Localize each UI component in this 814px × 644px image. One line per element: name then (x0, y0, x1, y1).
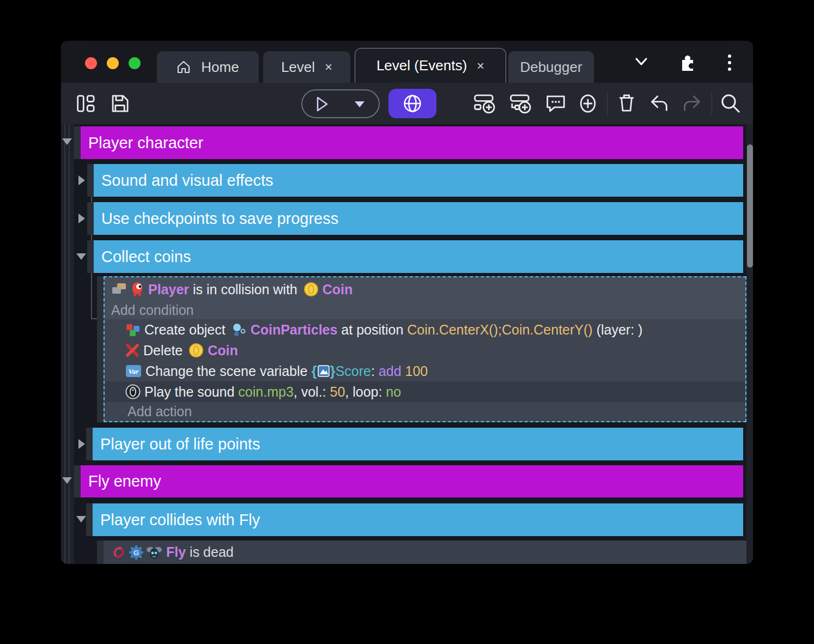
event-drag-handle[interactable] (86, 428, 93, 460)
group-fly-enemy[interactable]: Fly enemy (81, 465, 743, 497)
collapse-arrow-icon[interactable] (62, 138, 72, 145)
group-label: Player out of life points (100, 435, 260, 453)
expand-arrow-icon[interactable] (78, 214, 85, 223)
group-collect-coins[interactable]: Collect coins (94, 240, 743, 273)
group-label: Fly enemy (88, 472, 161, 490)
action-text: Change the scene variable (145, 363, 311, 379)
action-change-variable[interactable]: Var Change the scene variable { }Score: … (105, 361, 745, 381)
search-icon[interactable] (719, 92, 742, 115)
sound-file: coin.mp3 (238, 384, 293, 400)
add-action-button[interactable]: Add action (105, 402, 745, 421)
event-sheet: Player character Sound and visual effect… (61, 124, 753, 564)
event-collect-coin-selected[interactable]: Player is in collision with Coin Add con… (104, 276, 746, 422)
collapse-arrow-icon[interactable] (76, 516, 86, 523)
event-drag-handle[interactable] (74, 465, 81, 497)
variable-brace: { (311, 363, 317, 380)
condition-player-collides-coin[interactable]: Player is in collision with Coin (105, 277, 745, 301)
action-text: at position (337, 322, 407, 338)
indent-guide (64, 124, 65, 564)
action-create-object[interactable]: Create object CoinParticles at position … (105, 319, 745, 340)
add-event-icon[interactable] (473, 92, 496, 115)
coin-object-icon (303, 282, 319, 297)
preview-web-button[interactable] (388, 89, 436, 118)
coinparticles-object-icon (232, 322, 247, 337)
tab-level[interactable]: Level × (263, 51, 350, 83)
toolbar-divider (712, 92, 712, 116)
window-minimize-button[interactable] (107, 57, 119, 69)
close-icon[interactable]: × (477, 58, 484, 74)
action-delete-coin[interactable]: Delete Coin (105, 340, 745, 361)
object-name: Player (148, 282, 189, 297)
app-window: Home Level × Level (Events) × Debugger (61, 41, 753, 564)
group-checkpoints[interactable]: Use checkpoints to save progress (94, 202, 743, 235)
add-subevent-icon[interactable] (509, 92, 532, 115)
variable-brace: } (330, 363, 336, 380)
operator: add (379, 363, 405, 379)
action-text: , vol.: (294, 384, 330, 400)
event-drag-handle[interactable] (97, 540, 104, 564)
tab-debugger[interactable]: Debugger (508, 51, 594, 83)
variable-icon: Var (125, 364, 142, 378)
scene-variable-icon (318, 365, 330, 377)
swap-arrows-icon (111, 545, 126, 560)
condition-text: is dead (186, 544, 234, 560)
group-label: Player collides with Fly (100, 511, 260, 528)
add-other-icon[interactable] (576, 92, 599, 115)
event-drag-handle[interactable] (87, 164, 94, 197)
add-condition-button[interactable]: Add condition (105, 301, 745, 319)
svg-text:Var: Var (129, 367, 139, 375)
add-comment-icon[interactable] (545, 93, 567, 115)
condition-fly-is-dead[interactable]: G Fly is dead (104, 540, 746, 564)
group-out-of-life[interactable]: Player out of life points (93, 428, 743, 460)
object-name: Coin (323, 282, 353, 297)
variable-name: Score (336, 363, 371, 379)
toolbar-divider (607, 92, 608, 116)
action-play-sound[interactable]: Play the sound coin.mp3, vol.: 50, loop:… (105, 381, 745, 402)
expand-arrow-icon[interactable] (78, 175, 85, 185)
redo-icon[interactable] (681, 93, 703, 114)
action-text: Play the sound (144, 384, 238, 400)
action-text: (layer: ) (593, 322, 643, 338)
window-menu-kebab-icon[interactable] (726, 53, 733, 72)
save-icon[interactable] (109, 93, 131, 114)
value: 100 (405, 363, 428, 379)
window-zoom-button[interactable] (129, 57, 141, 69)
group-label: Use checkpoints to save progress (101, 210, 338, 227)
delete-trash-icon[interactable] (616, 92, 637, 114)
object-name: Coin (208, 343, 238, 359)
sound-speaker-icon (125, 384, 141, 399)
close-icon[interactable]: × (325, 59, 332, 75)
expand-arrow-icon[interactable] (78, 439, 85, 449)
delete-cross-icon (125, 343, 139, 357)
behavior-gear-icon: G (129, 545, 143, 560)
toolbar (61, 83, 753, 124)
tab-level-events[interactable]: Level (Events) × (355, 48, 506, 83)
create-object-icon (125, 322, 141, 337)
undo-icon[interactable] (648, 93, 670, 114)
play-button[interactable] (302, 95, 341, 113)
collapse-arrow-icon[interactable] (76, 253, 86, 260)
group-sound-effects[interactable]: Sound and visual effects (94, 164, 743, 197)
indent-guide (69, 124, 70, 564)
tab-label: Home (201, 59, 239, 76)
event-drag-handle[interactable] (74, 126, 81, 159)
toggle-panels-icon[interactable] (75, 93, 97, 114)
group-player-collides-fly[interactable]: Player collides with Fly (93, 503, 743, 536)
tab-home[interactable]: Home (157, 51, 259, 83)
window-close-button[interactable] (85, 57, 97, 69)
group-player-character[interactable]: Player character (81, 126, 743, 159)
add-condition-label: Add condition (111, 302, 194, 318)
tabs-chevron-down-icon[interactable] (632, 54, 651, 69)
group-label: Collect coins (101, 248, 191, 265)
group-label: Player character (88, 134, 203, 151)
tab-label: Level (Events) (376, 57, 467, 74)
event-drag-handle[interactable] (86, 503, 93, 536)
extensions-puzzle-icon[interactable] (677, 52, 696, 72)
event-drag-handle[interactable] (87, 202, 94, 235)
scrollbar-thumb[interactable] (747, 144, 753, 268)
event-drag-handle[interactable] (87, 240, 94, 273)
play-split-button (301, 89, 380, 118)
play-options-button[interactable] (341, 100, 379, 108)
event-drag-handle[interactable] (97, 276, 104, 422)
collapse-arrow-icon[interactable] (62, 477, 72, 484)
